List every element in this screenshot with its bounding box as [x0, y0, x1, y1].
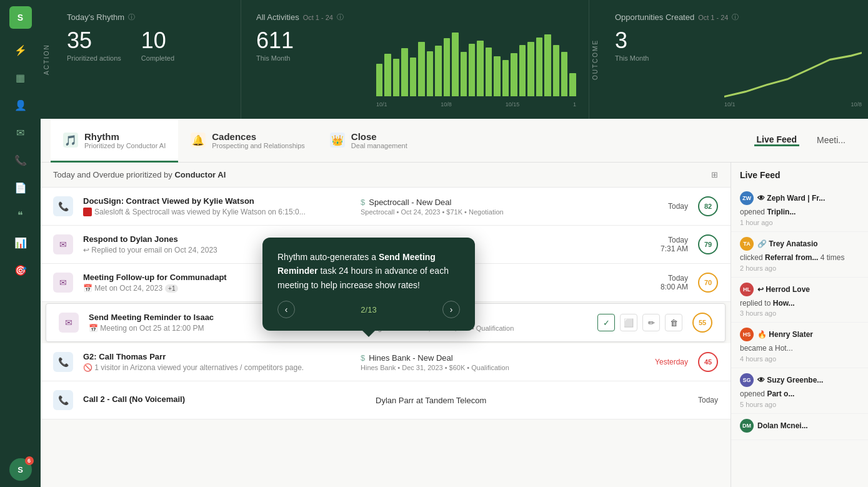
lf-avatar: DM [740, 419, 754, 433]
cadences-tab-title: Cadences [212, 131, 305, 142]
tooltip-next-button[interactable]: › [442, 301, 460, 318]
score-badge: 79 [698, 234, 718, 254]
task-actions: ✓ ⬜ ✏ 🗑 [597, 314, 682, 331]
close-icon: 👑 [330, 133, 345, 148]
task-deal: $ Spectrocall - New Deal Spectrocall • O… [361, 198, 628, 216]
lf-item-header: TA 🔗 Trey Anatasio [740, 237, 859, 251]
sidebar-item-file[interactable]: 📄 [9, 176, 32, 199]
tooltip-prev-button[interactable]: ‹ [277, 301, 295, 318]
tooltip-arrow [362, 331, 375, 337]
live-feed-item[interactable]: HL ↩ Herrod Love replied to How... 3 hou… [731, 278, 868, 323]
live-feed-tab-area: Live Feed Meeti... [744, 119, 859, 163]
avatar[interactable]: S 6 [9, 458, 32, 481]
tab-close[interactable]: 👑 Close Deal management [317, 119, 420, 163]
tab-cadences[interactable]: 🔔 Cadences Prospecting and Relationships [178, 119, 317, 163]
opportunities-chart: 10/1 10/8 [724, 19, 862, 106]
bar-21 [544, 34, 551, 96]
bar-15 [494, 56, 500, 96]
lf-name: 🔥 Henry Slater [757, 330, 813, 339]
lf-item-header: ZW 👁 Zeph Ward | Fr... [740, 191, 859, 205]
lf-action: opened Triplin... [740, 207, 859, 218]
complete-button[interactable]: ✓ [597, 314, 615, 331]
lf-avatar: HL [740, 283, 754, 296]
plus-badge: +1 [165, 284, 178, 293]
sidebar-item-phone[interactable]: 📞 [9, 149, 32, 171]
sidebar-logo[interactable]: S [9, 6, 32, 29]
lf-item-header: HS 🔥 Henry Slater [740, 328, 859, 341]
lf-time: 1 hour ago [740, 219, 859, 226]
delete-button[interactable]: 🗑 [665, 314, 682, 331]
stats-bar: ACTION Today's Rhythm ⓘ 35 Prioritized a… [41, 0, 868, 119]
todays-rhythm-label: Today's Rhythm ⓘ [67, 13, 226, 22]
task-title: Call 2 - Call (No Voicemail) [83, 394, 366, 404]
lf-time: 3 hours ago [740, 309, 859, 317]
task-date: Today 8:00 AM [638, 274, 688, 291]
opp-month-desc: This Month [615, 54, 649, 62]
live-feed-sidebar: Live Feed ZW 👁 Zeph Ward | Fr... opened … [731, 163, 868, 487]
sidebar-item-chart[interactable]: 📊 [9, 231, 32, 254]
cadences-icon: 🔔 [191, 133, 206, 148]
task-list-header: Today and Overdue prioritized by Conduct… [41, 163, 731, 188]
live-feed-item[interactable]: TA 🔗 Trey Anatasio clicked Referral from… [731, 232, 868, 278]
lf-time: 4 hours ago [740, 355, 859, 363]
cadences-tab-subtitle: Prospecting and Relationships [212, 142, 305, 149]
sidebar-item-target[interactable]: 🎯 [9, 259, 32, 281]
lf-name: 🔗 Trey Anatasio [757, 239, 818, 248]
task-row[interactable]: 📞 Call 2 - Call (No Voicemail) Dylan Par… [41, 381, 731, 419]
info-icon[interactable]: ⓘ [128, 13, 135, 22]
opp-x-labels: 10/1 10/8 [724, 101, 862, 108]
lf-name: Dolan Mcnei... [757, 421, 808, 430]
salesloft-logo [83, 208, 92, 216]
lf-action: replied to How... [740, 298, 859, 309]
lf-item-header: DM Dolan Mcnei... [740, 419, 859, 433]
sidebar-item-quote[interactable]: ❝ [9, 204, 32, 226]
sidebar-item-person[interactable]: 👤 [9, 94, 32, 116]
task-row[interactable]: 📞 G2: Call Thomas Parr 🚫 1 visitor in Ar… [41, 343, 731, 381]
todays-rhythm-section: Today's Rhythm ⓘ 35 Prioritized actions … [52, 0, 241, 119]
tabs-bar: 🎵 Rhythm Prioritized by Conductor AI 🔔 C… [41, 119, 868, 163]
deal-name: $ Hines Bank - New Deal [361, 353, 628, 363]
lf-avatar: HS [740, 328, 754, 341]
bar-6 [418, 42, 424, 96]
task-deal: $ Hines Bank - New Deal Hines Bank • Dec… [361, 353, 628, 371]
live-feed-tab[interactable]: Live Feed [754, 134, 800, 146]
live-feed-item[interactable]: DM Dolan Mcnei... [731, 414, 868, 440]
lf-item-header: SG 👁 Suzy Greenbe... [740, 373, 859, 387]
deal-meta: Spectrocall • Oct 24, 2023 • $71K • Nego… [361, 208, 628, 216]
bar-19 [527, 42, 534, 96]
task-title: DocuSign: Contract Viewed by Kylie Watso… [83, 196, 351, 206]
tab-rhythm[interactable]: 🎵 Rhythm Prioritized by Conductor AI [51, 119, 178, 163]
all-activities-section: All Activities Oct 1 - 24 ⓘ 611 This Mon… [241, 0, 589, 119]
close-tab-title: Close [351, 131, 407, 142]
sidebar-item-email[interactable]: ✉ [9, 121, 32, 144]
sidebar-item-home[interactable]: ⚡ [9, 39, 32, 61]
edit-button[interactable]: ✏ [642, 314, 660, 331]
all-activities-info-icon[interactable]: ⓘ [337, 13, 344, 22]
header-conductor: Conductor AI [174, 170, 226, 179]
task-info: Call 2 - Call (No Voicemail) [83, 394, 366, 406]
bar-14 [486, 48, 492, 96]
deal-meta: Hines Bank • Dec 31, 2023 • $60K • Quali… [361, 364, 628, 371]
bar-12 [469, 44, 475, 96]
live-feed-item[interactable]: ZW 👁 Zeph Ward | Fr... opened Triplin...… [731, 186, 868, 232]
lf-avatar: SG [740, 373, 754, 387]
live-feed-item[interactable]: HS 🔥 Henry Slater became a Hot... 4 hour… [731, 323, 868, 368]
lf-avatar: TA [740, 237, 754, 251]
tooltip-text: Rhythm auto-generates a Send Meeting Rem… [277, 250, 460, 292]
tooltip-overlay: Rhythm auto-generates a Send Meeting Rem… [262, 238, 475, 331]
opp-month-value: 3 [615, 29, 649, 52]
meetings-tab[interactable]: Meeti... [814, 135, 848, 145]
task-date: Today 7:31 AM [638, 236, 688, 253]
tooltip-counter: 2/13 [361, 305, 376, 314]
task-info: G2: Call Thomas Parr 🚫 1 visitor in Ariz… [83, 352, 351, 372]
live-feed-item[interactable]: SG 👁 Suzy Greenbe... opened Part o... 5 … [731, 368, 868, 414]
skip-button[interactable]: ⬜ [620, 314, 637, 331]
bar-5 [410, 58, 416, 96]
lf-name: ↩ Herrod Love [757, 285, 810, 294]
task-call-icon: 📞 [53, 196, 73, 216]
layout-icon[interactable]: ⊞ [711, 170, 718, 179]
task-call-icon: 📞 [53, 390, 73, 410]
task-row[interactable]: 📞 DocuSign: Contract Viewed by Kylie Wat… [41, 188, 731, 226]
sidebar-item-grid[interactable]: ▦ [9, 66, 32, 89]
task-deal: Dylan Parr at Tandem Telecom [376, 396, 658, 405]
